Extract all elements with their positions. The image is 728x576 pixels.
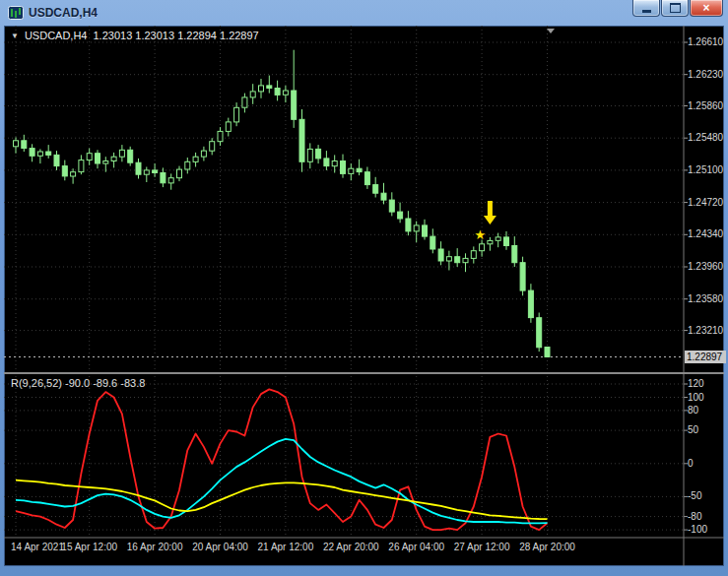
minimize-button[interactable] <box>632 0 660 17</box>
signal-star-icon: ★ <box>475 227 487 242</box>
time-axis-label: 26 Apr 04:00 <box>388 542 444 552</box>
chart-shift-icon <box>547 29 555 33</box>
time-axis-label: 20 Apr 04:00 <box>192 542 248 552</box>
time-axis-label: 22 Apr 20:00 <box>323 542 379 552</box>
chart-ohlc-values: 1.23013 1.23013 1.22894 1.22897 <box>94 30 259 41</box>
time-axis-label: 21 Apr 12:00 <box>258 542 314 552</box>
time-axis-label: 14 Apr 2021 <box>11 542 64 552</box>
time-axis-label: 16 Apr 20:00 <box>127 542 183 552</box>
time-axis[interactable]: 14 Apr 202115 Apr 12:0016 Apr 20:0020 Ap… <box>4 539 724 566</box>
chart-canvas[interactable]: ★ <box>4 26 724 570</box>
indicator-label: R(9,26,52) -90.0 -89.6 -83.8 <box>11 377 145 389</box>
current-price-tag: 1.22897 <box>685 351 726 363</box>
chart-app-icon <box>8 6 24 20</box>
title-bar[interactable]: USDCAD,H4 × <box>4 0 724 26</box>
close-icon: × <box>702 2 709 14</box>
chart-header: ▼ USDCAD,H4 1.23013 1.23013 1.22894 1.22… <box>11 30 259 41</box>
minimize-icon <box>642 10 651 13</box>
signal-down-arrow-icon <box>484 201 496 224</box>
time-axis-label: 15 Apr 12:00 <box>61 542 117 552</box>
time-axis-label: 28 Apr 20:00 <box>519 542 575 552</box>
chart-window: ★ ▼ USDCAD,H4 1.23013 1.23013 1.22894 1.… <box>4 26 724 566</box>
maximize-button[interactable] <box>661 0 689 17</box>
close-button[interactable]: × <box>690 0 723 17</box>
chevron-down-icon[interactable]: ▼ <box>11 32 19 40</box>
pane-divider <box>4 372 724 374</box>
app-window: USDCAD,H4 × ★ ▼ USDCAD,H4 1.23013 1.2301… <box>0 0 728 576</box>
maximize-icon <box>670 3 681 13</box>
window-controls: × <box>632 0 723 17</box>
chart-symbol-label: USDCAD,H4 <box>25 30 88 41</box>
window-title: USDCAD,H4 <box>29 6 98 20</box>
time-axis-label: 27 Apr 12:00 <box>454 542 510 552</box>
